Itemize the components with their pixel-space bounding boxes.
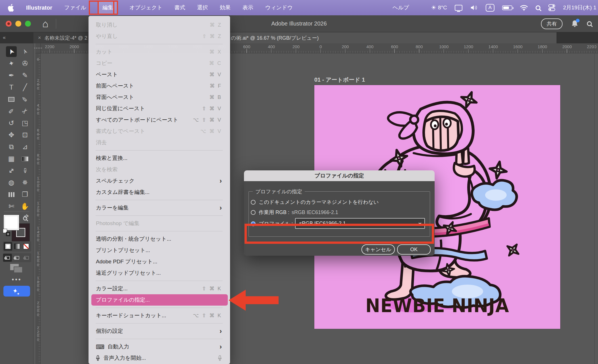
edit-menu-item[interactable]: 背面へペースト⌘ B xyxy=(89,92,230,103)
free-transform-tool[interactable]: ⊡ xyxy=(20,130,30,140)
edit-menu-item[interactable]: 透明の分割・統合プリセット... xyxy=(89,233,230,245)
edit-menu-item[interactable]: 音声入力を開始... xyxy=(89,352,230,364)
menubar-item[interactable]: ファイル xyxy=(64,3,87,12)
zoom-window-button[interactable] xyxy=(25,21,31,27)
measure-tool[interactable]: ↭ xyxy=(6,165,17,176)
edit-menu-item[interactable]: Adobe PDF プリセット... xyxy=(89,256,230,267)
edit-menu-item[interactable]: プロファイルの指定... xyxy=(91,294,228,306)
edit-menu-item[interactable]: カット⌘ X xyxy=(89,46,230,58)
document-tab-inactive[interactable]: × 名称未設定-4* @ 2 xyxy=(33,32,91,43)
radio-option-working-rgb[interactable]: 作業用 RGB : sRGB IEC61966-2.1 xyxy=(251,209,338,216)
menubar-item[interactable]: 表示 xyxy=(242,3,254,12)
pen-tool[interactable]: ✒ xyxy=(6,70,17,81)
edit-menu-item[interactable]: カラーを編集› xyxy=(89,202,230,213)
edit-menu-item[interactable]: プリントプリセット... xyxy=(89,245,230,256)
symbol-sprayer-tool[interactable]: ✵ xyxy=(20,177,30,188)
edit-menu-item[interactable]: 書式なしでペースト⌥ ⌘ V xyxy=(89,126,230,137)
volume-icon[interactable] xyxy=(470,5,478,11)
display-icon[interactable] xyxy=(455,5,462,11)
edit-menu-item[interactable]: 取り消し⌘ Z xyxy=(89,19,230,31)
type-tool[interactable]: T xyxy=(6,82,17,93)
menubar-item[interactable]: 効果 xyxy=(219,3,231,12)
gradient-button[interactable] xyxy=(13,242,21,251)
blend-tool[interactable]: ◍ xyxy=(6,177,17,188)
help-menu[interactable]: ヘルプ xyxy=(393,4,409,11)
weather-widget[interactable]: ☀ 8°C xyxy=(431,4,447,11)
edit-menu-item[interactable]: スペルチェック› xyxy=(89,175,230,187)
edit-menu-item[interactable]: 消去 xyxy=(89,137,230,148)
selection-tool[interactable]: ➤ xyxy=(6,46,17,57)
edit-menu-item[interactable]: カスタム辞書を編集... xyxy=(89,187,230,198)
line-segment-tool[interactable]: ╱ xyxy=(20,82,30,93)
edit-toolbar-ellipsis[interactable]: ••• xyxy=(0,276,33,283)
menubar-item[interactable]: 編集 xyxy=(98,1,118,15)
profile-select[interactable]: sRGB IEC61966-2.1 › xyxy=(295,218,425,229)
color-button[interactable] xyxy=(4,242,12,251)
edit-menu-item[interactable]: コピー⌘ C xyxy=(89,58,230,69)
radio-option-profile[interactable]: プロファイル : xyxy=(251,220,293,227)
wifi-icon[interactable] xyxy=(520,5,528,11)
edit-menu-item[interactable]: カラー設定...⇧ ⌘ K xyxy=(89,283,230,294)
home-icon[interactable]: ⌂ xyxy=(42,19,49,29)
menubar-item[interactable]: 書式 xyxy=(174,3,186,12)
clock-date[interactable]: 2月19日(木) 1 xyxy=(563,4,596,11)
artboard-tool[interactable]: ❐ xyxy=(20,189,30,200)
magic-wand-tool[interactable]: ✦ xyxy=(6,58,17,69)
draw-behind-button[interactable] xyxy=(12,254,21,262)
perspective-grid-tool[interactable]: ⊿ xyxy=(20,141,30,152)
default-fill-stroke-icon[interactable] xyxy=(3,229,10,236)
none-button[interactable] xyxy=(22,242,30,251)
draw-inside-button[interactable] xyxy=(22,254,31,262)
width-tool[interactable]: ✥ xyxy=(6,130,17,140)
shape-builder-tool[interactable]: ⧉ xyxy=(6,141,17,152)
scissors-tool[interactable]: ✂ xyxy=(20,106,30,117)
menubar-item[interactable]: 選択 xyxy=(197,3,209,12)
close-tab-icon[interactable]: × xyxy=(38,35,41,41)
menubar-item[interactable]: Illustrator xyxy=(26,4,53,12)
edit-menu-item[interactable]: ペースト⌘ V xyxy=(89,69,230,80)
gradient-tool[interactable] xyxy=(20,153,30,164)
column-graph-tool[interactable] xyxy=(6,189,17,200)
direct-selection-tool[interactable]: ➢ xyxy=(20,46,30,57)
menubar-item[interactable]: ウィンドウ xyxy=(265,3,293,12)
input-source-icon[interactable]: A xyxy=(486,4,494,12)
edit-menu-item[interactable]: 遠近グリッドプリセット... xyxy=(89,267,230,279)
radio-selected-icon[interactable] xyxy=(251,221,256,226)
close-window-button[interactable] xyxy=(6,21,12,27)
apple-logo-icon[interactable] xyxy=(8,4,15,12)
edit-menu-item[interactable]: すべてのアートボードにペースト⌥ ⇧ ⌘ V xyxy=(89,114,230,126)
edit-menu-item[interactable]: やり直し⇧ ⌘ Z xyxy=(89,31,230,42)
generative-ai-button[interactable]: ✦✦ xyxy=(3,286,30,297)
slice-tool[interactable]: ✄ xyxy=(6,201,17,212)
edit-menu-item[interactable]: 検索と置換... xyxy=(89,153,230,164)
pencil-tool[interactable]: ✏ xyxy=(6,106,17,117)
battery-icon[interactable] xyxy=(502,5,512,10)
minimize-window-button[interactable] xyxy=(15,21,21,27)
curvature-tool[interactable]: ✎ xyxy=(20,70,30,81)
vertical-ruler[interactable]: 02 0 04 0 06 0 08 0 01 0 0 01 2 0 01 4 0… xyxy=(35,53,41,364)
spotlight-search-icon[interactable] xyxy=(536,5,540,10)
menubar-item[interactable]: オブジェクト xyxy=(129,3,163,12)
scale-tool[interactable]: ◳ xyxy=(20,118,30,128)
edit-menu-item[interactable]: ⌨自動入力› xyxy=(89,341,230,352)
mesh-tool[interactable]: ▦ xyxy=(6,153,17,164)
cancel-button[interactable]: キャンセル xyxy=(361,244,395,255)
search-icon[interactable] xyxy=(587,21,592,26)
eyedropper-tool[interactable]: ✑ xyxy=(20,165,30,176)
lasso-tool[interactable]: ✇ xyxy=(20,58,30,69)
share-button[interactable]: 共有 xyxy=(541,18,563,29)
rectangle-tool[interactable] xyxy=(6,94,17,105)
screen-mode-button[interactable] xyxy=(10,264,23,274)
radio-option-no-color-management[interactable]: このドキュメントのカラーマネジメントを行わない xyxy=(251,199,379,206)
edit-menu-item[interactable]: 同じ位置にペースト⇧ ⌘ V xyxy=(89,103,230,114)
edit-menu-item[interactable]: 前面へペースト⌘ F xyxy=(89,80,230,92)
fill-color-swatch[interactable] xyxy=(3,215,19,230)
hand-tool[interactable]: ✋ xyxy=(20,201,30,212)
edit-menu-item[interactable]: 個別の設定› xyxy=(89,325,230,337)
radio-icon[interactable] xyxy=(251,210,256,215)
edit-menu-item[interactable]: 次を検索 xyxy=(89,164,230,175)
radio-icon[interactable] xyxy=(251,200,256,205)
rotate-tool[interactable]: ↺ xyxy=(6,118,17,128)
notifications-bell-icon[interactable] xyxy=(571,20,578,28)
paintbrush-tool[interactable]: ✐ xyxy=(20,94,30,105)
